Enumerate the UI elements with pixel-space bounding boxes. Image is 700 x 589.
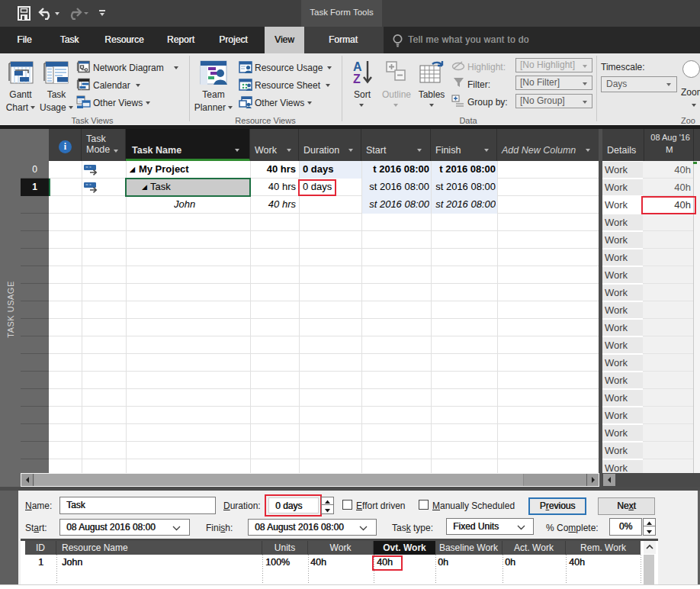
svg-text:A: A: [353, 60, 362, 73]
svg-text:Z: Z: [353, 72, 361, 85]
